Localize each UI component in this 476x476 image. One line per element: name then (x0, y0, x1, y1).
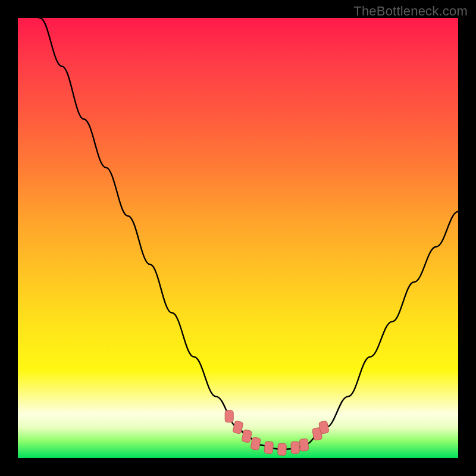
curve-marker (225, 411, 233, 422)
curve-marker (264, 441, 273, 454)
bottleneck-curve (18, 0, 458, 449)
curve-layer (18, 18, 458, 458)
curve-marker (278, 443, 287, 455)
watermark-text: TheBottleneck.com (353, 4, 468, 19)
chart-frame: TheBottleneck.com (0, 0, 476, 476)
curve-marker (250, 437, 261, 450)
curve-marker (242, 430, 252, 443)
plot-area (18, 18, 458, 458)
curve-marker (291, 441, 300, 453)
curve-marker (299, 439, 308, 451)
